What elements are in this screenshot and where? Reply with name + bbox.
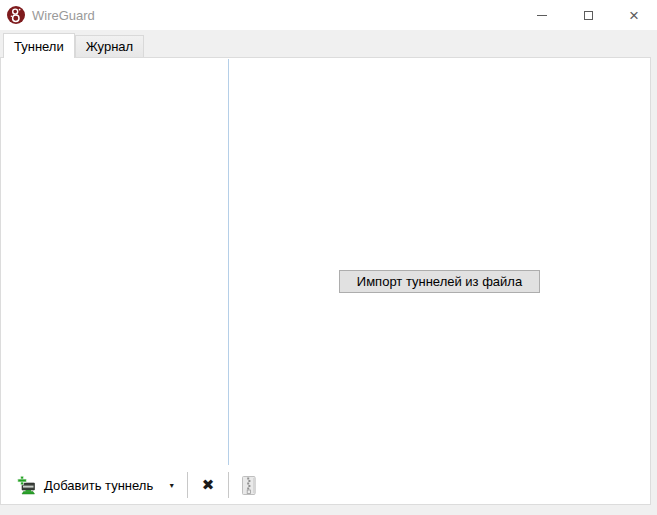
tunnels-page: Импорт туннелей из файла Добавить туннел… xyxy=(0,57,651,505)
close-button[interactable]: × xyxy=(611,0,657,30)
tab-log[interactable]: Журнал xyxy=(75,35,144,57)
tunnel-detail-panel: Импорт туннелей из файла xyxy=(229,58,650,504)
toolbar-separator xyxy=(187,472,188,498)
caption-buttons: × xyxy=(519,0,657,30)
delete-icon: ✖ xyxy=(202,476,215,494)
add-tunnel-icon xyxy=(17,475,37,495)
tab-tunnels[interactable]: Туннели xyxy=(3,33,75,58)
minimize-button[interactable] xyxy=(519,0,565,30)
wireguard-window: WireGuard × Туннели Журнал Импорт туннел… xyxy=(0,0,657,515)
add-tunnel-label: Добавить туннель xyxy=(44,478,153,493)
wireguard-logo-icon xyxy=(6,5,26,25)
add-tunnel-button[interactable]: Добавить туннель xyxy=(13,472,157,498)
import-tunnels-button[interactable]: Импорт туннелей из файла xyxy=(339,270,540,293)
zip-archive-icon xyxy=(241,475,258,496)
tab-tunnels-label: Туннели xyxy=(14,39,64,54)
titlebar: WireGuard × xyxy=(0,0,657,30)
tabstrip: Туннели Журнал xyxy=(0,30,657,57)
toolbar-separator xyxy=(228,472,229,498)
tunnel-list[interactable] xyxy=(1,59,229,465)
toolbar: Добавить туннель ▼ ✖ xyxy=(1,465,321,505)
caret-down-icon: ▼ xyxy=(168,482,175,489)
window-title: WireGuard xyxy=(32,8,519,23)
delete-tunnel-button[interactable]: ✖ xyxy=(195,472,221,498)
maximize-icon xyxy=(584,11,593,20)
close-icon: × xyxy=(629,7,639,24)
add-tunnel-dropdown[interactable]: ▼ xyxy=(163,476,180,495)
minimize-icon xyxy=(537,15,547,16)
maximize-button[interactable] xyxy=(565,0,611,30)
export-tunnels-button[interactable] xyxy=(236,472,262,498)
tab-log-label: Журнал xyxy=(86,39,133,54)
